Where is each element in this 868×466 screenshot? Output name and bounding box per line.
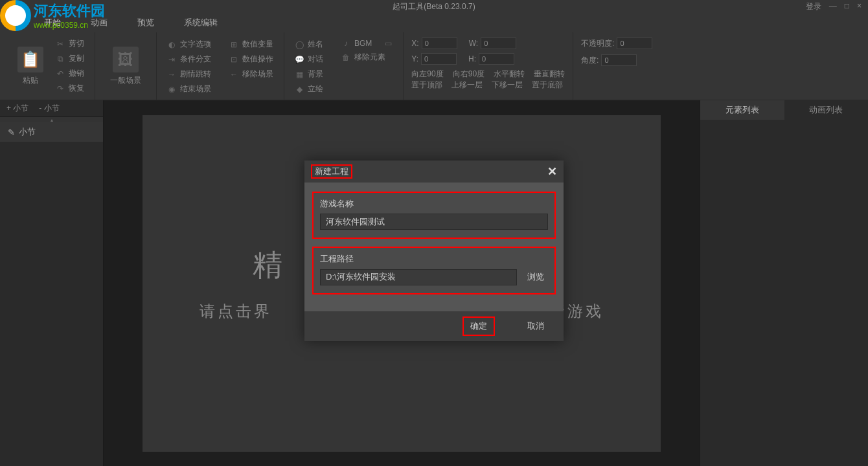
remove-section-button[interactable]: - 小节: [39, 103, 59, 114]
x-label: X:: [411, 39, 418, 48]
undo-button[interactable]: ↶撤销: [53, 67, 87, 80]
value-var-button[interactable]: ⊞数值变量: [227, 38, 276, 51]
undo-icon: ↶: [56, 69, 65, 78]
copy-button[interactable]: ⧉复制: [53, 52, 87, 65]
var-icon: ⊞: [229, 40, 238, 49]
remove-icon: ←: [229, 70, 238, 79]
section-label: 小节: [19, 126, 36, 138]
plot-jump-button[interactable]: →剧情跳转: [165, 67, 214, 81]
scene-icon: 🖼: [113, 47, 139, 72]
game-name-section: 游戏名称: [312, 192, 556, 239]
titlebar-controls: 登录 — □ ×: [806, 1, 862, 12]
text-icon: ◐: [167, 40, 176, 49]
move-down-button[interactable]: 下移一层: [492, 80, 523, 91]
paste-label: 粘贴: [23, 75, 38, 86]
ribbon-transform: X: W: Y: H: 向左90度 向右90度 水平翻转 垂直翻转 置于顶部 上…: [404, 32, 573, 100]
angle-input[interactable]: [601, 54, 637, 66]
music-icon: ♪: [341, 39, 350, 48]
right-panel: 元素列表 动画列表: [700, 100, 868, 466]
name-button[interactable]: ◯姓名: [292, 38, 326, 51]
new-project-dialog: 新建工程 ✕ 游戏名称 工程路径 浏览 确定 取消: [304, 161, 564, 341]
x-input[interactable]: [422, 38, 457, 49]
login-button[interactable]: 登录: [806, 1, 821, 12]
angle-label: 角度:: [581, 55, 599, 66]
ribbon-clipboard: 📋 粘贴 ✂剪切 ⧉复制 ↶撤销 ↷恢复: [0, 32, 95, 100]
ribbon: 📋 粘贴 ✂剪切 ⧉复制 ↶撤销 ↷恢复 🖼 一般场景 ◐文字选项 ⇥条件分支 …: [0, 32, 868, 100]
flip-h-button[interactable]: 水平翻转: [494, 69, 525, 80]
text-option-button[interactable]: ◐文字选项: [165, 38, 214, 51]
game-name-input[interactable]: [320, 214, 548, 230]
browse-button[interactable]: 浏览: [523, 269, 548, 285]
scene-button[interactable]: 🖼 一般场景: [103, 47, 148, 86]
close-button[interactable]: ×: [857, 1, 862, 12]
add-section-button[interactable]: + 小节: [6, 103, 29, 114]
dialog-title: 新建工程: [311, 164, 352, 179]
app-title: 起司工具(Beta 0.23.0.7): [393, 1, 475, 12]
h-input[interactable]: [479, 53, 514, 65]
ribbon-script: ◐文字选项 ⇥条件分支 →剧情跳转 ◉结束场景 ⊞数值变量 ⊡数值操作 ←移除场…: [157, 32, 284, 100]
dialog-close-button[interactable]: ✕: [547, 164, 557, 179]
tab-animation-list[interactable]: 动画列表: [784, 100, 869, 120]
redo-icon: ↷: [56, 84, 65, 93]
confirm-button[interactable]: 确定: [463, 316, 495, 336]
y-input[interactable]: [421, 53, 457, 65]
y-label: Y:: [411, 54, 418, 63]
redo-button[interactable]: ↷恢复: [53, 82, 87, 95]
rotate-left-button[interactable]: 向左90度: [411, 69, 443, 80]
end-scene-button[interactable]: ◉结束场景: [165, 82, 214, 96]
copy-icon: ⧉: [56, 54, 65, 63]
condition-branch-button[interactable]: ⇥条件分支: [165, 52, 214, 66]
scene-label: 一般场景: [110, 75, 141, 86]
opacity-input[interactable]: [617, 38, 652, 49]
op-icon: ⊡: [229, 55, 238, 64]
minimize-button[interactable]: —: [829, 1, 837, 12]
menu-preview[interactable]: 预览: [132, 14, 159, 31]
paste-button[interactable]: 📋 粘贴: [8, 47, 53, 86]
cut-button[interactable]: ✂剪切: [53, 37, 87, 50]
bgm-button[interactable]: ♪BGM▭: [339, 38, 395, 49]
sprite-icon: ◆: [295, 85, 304, 94]
tab-element-list[interactable]: 元素列表: [700, 100, 784, 120]
video-icon: ▭: [383, 39, 393, 48]
name-icon: ◯: [295, 40, 304, 49]
project-path-section: 工程路径 浏览: [312, 247, 556, 294]
menu-start[interactable]: 开始: [39, 14, 66, 31]
maximize-button[interactable]: □: [845, 1, 849, 12]
ribbon-scene: 🖼 一般场景: [95, 32, 157, 100]
game-name-label: 游戏名称: [320, 198, 548, 210]
sidebar-collapse[interactable]: ▴: [0, 117, 103, 122]
h-label: H:: [468, 54, 476, 63]
background-button[interactable]: ▦背景: [292, 67, 326, 81]
remove-scene-button[interactable]: ←移除场景: [227, 67, 276, 81]
project-path-label: 工程路径: [320, 253, 548, 265]
sprite-button[interactable]: ◆立绘: [292, 82, 326, 96]
project-path-input[interactable]: [320, 269, 517, 285]
rotate-right-button[interactable]: 向右90度: [453, 69, 485, 80]
titlebar: 起司工具(Beta 0.23.0.7) 登录 — □ ×: [0, 0, 868, 13]
sidebar-section-item[interactable]: ✎ 小节: [0, 122, 103, 142]
flip-v-button[interactable]: 垂直翻转: [534, 69, 565, 80]
sidebar: + 小节 - 小节 ▴ ✎ 小节: [0, 100, 104, 466]
move-up-button[interactable]: 上移一层: [451, 80, 483, 91]
w-label: W:: [469, 39, 478, 48]
cut-icon: ✂: [56, 39, 65, 49]
jump-icon: →: [167, 70, 176, 79]
bg-icon: ▦: [295, 70, 304, 79]
menubar: 开始 动画 预览 系统编辑: [0, 13, 868, 32]
cancel-button[interactable]: 取消: [521, 316, 551, 336]
dialog-icon: 💬: [295, 55, 304, 64]
menu-system-edit[interactable]: 系统编辑: [179, 14, 223, 31]
pen-icon: ✎: [8, 128, 15, 137]
trash-icon: 🗑: [341, 53, 350, 62]
branch-icon: ⇥: [167, 55, 176, 64]
paste-icon: 📋: [17, 47, 43, 72]
value-op-button[interactable]: ⊡数值操作: [227, 52, 276, 66]
bring-top-button[interactable]: 置于顶部: [411, 80, 442, 91]
opacity-label: 不透明度:: [581, 38, 614, 49]
remove-element-button[interactable]: 🗑移除元素: [339, 50, 395, 64]
send-bottom-button[interactable]: 置于底部: [532, 80, 563, 91]
end-icon: ◉: [167, 85, 176, 94]
w-input[interactable]: [481, 38, 516, 49]
menu-animation[interactable]: 动画: [86, 14, 113, 31]
dialog-button[interactable]: 💬对话: [292, 52, 326, 66]
